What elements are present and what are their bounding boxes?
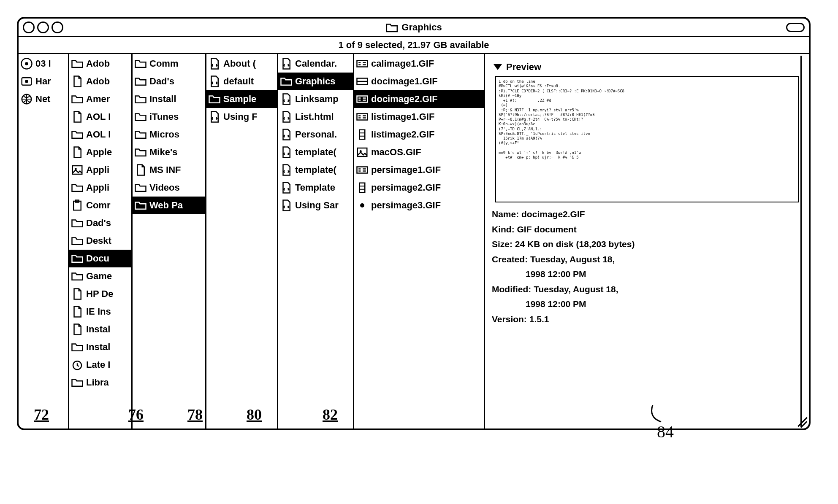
list-item[interactable]: iTunes [133, 108, 205, 126]
scrollbar[interactable] [800, 56, 810, 427]
html-icon [280, 146, 293, 159]
list-item[interactable]: Calendar. [278, 55, 353, 73]
img-icon [71, 164, 84, 176]
list-item[interactable]: Apple [69, 143, 131, 161]
list-item[interactable]: Deskt [69, 232, 131, 250]
item-label: listimage1.GIF [371, 111, 484, 122]
list-item[interactable]: Micros [133, 126, 205, 143]
list-item[interactable]: listimage1.GIF [354, 108, 484, 126]
list-item[interactable]: AOL I [69, 108, 131, 126]
list-item[interactable]: Docu [69, 250, 131, 267]
item-label: persimage3.GIF [371, 200, 484, 211]
list-item[interactable]: Libra [69, 374, 131, 391]
item-label: Web Pa [149, 200, 205, 211]
list-item[interactable]: Comm [133, 55, 205, 73]
folder-icon [134, 146, 147, 159]
list-item[interactable]: Using F [206, 108, 277, 126]
list-item[interactable]: Graphics [278, 73, 353, 90]
finder-window: Graphics 1 of 9 selected, 21.97 GB avail… [17, 17, 811, 430]
traffic-lights [23, 22, 63, 33]
column-browser: 03 IHarNet72 AdobAdobAmerAOL IAOL IApple… [19, 54, 809, 429]
folder-icon [134, 93, 147, 105]
list-item[interactable]: Adob [69, 73, 131, 90]
list-item[interactable]: AOL I [69, 126, 131, 143]
list-item[interactable]: Late I [69, 356, 131, 374]
item-label: Template [295, 182, 353, 193]
list-item[interactable]: persimage3.GIF [354, 197, 484, 214]
svg-rect-5 [73, 166, 82, 174]
column-3[interactable]: CommDad's InstalliTunesMicrosMike'sMS IN… [133, 54, 206, 429]
list-item[interactable]: Adob [69, 55, 131, 73]
item-label: template( [295, 147, 353, 158]
list-item[interactable]: Har [19, 73, 68, 90]
list-item[interactable]: default [206, 73, 277, 90]
svg-rect-17 [357, 167, 368, 173]
folder-icon [134, 181, 147, 194]
column-5[interactable]: Calendar.GraphicsLinksampList.htmlPerson… [278, 54, 354, 429]
folder-icon [134, 199, 147, 212]
list-item[interactable]: Dad's [69, 214, 131, 232]
list-item[interactable]: template( [278, 143, 353, 161]
list-item[interactable]: Game [69, 267, 131, 285]
list-item[interactable]: Linksamp [278, 90, 353, 108]
list-item[interactable]: listimage2.GIF [354, 126, 484, 143]
clip-icon [71, 199, 84, 212]
list-item[interactable]: HP De [69, 285, 131, 303]
item-label: Net [35, 94, 68, 105]
list-item[interactable]: persimage1.GIF [354, 161, 484, 179]
list-item[interactable]: Dad's [133, 73, 205, 90]
column-2[interactable]: AdobAdobAmerAOL IAOL IAppleAppliAppliCom… [69, 54, 133, 429]
list-item[interactable]: macOS.GIF [354, 143, 484, 161]
close-button[interactable] [23, 22, 35, 33]
list-item[interactable]: Videos [133, 179, 205, 197]
minimize-button[interactable] [37, 22, 49, 33]
list-item[interactable]: template( [278, 161, 353, 179]
list-item[interactable]: persimage2.GIF [354, 179, 484, 197]
item-label: Install [149, 94, 205, 105]
list-item[interactable]: Appli [69, 161, 131, 179]
item-label: Instal [86, 324, 131, 335]
list-item[interactable]: Amer [69, 90, 131, 108]
list-item[interactable]: Net [19, 90, 68, 108]
window-title: Graphics [385, 21, 442, 34]
doc-icon [71, 111, 84, 123]
doc-icon [71, 288, 84, 300]
item-label: Amer [86, 94, 131, 105]
list-item[interactable]: Mike's [133, 143, 205, 161]
zoom-button[interactable] [52, 22, 63, 33]
html-icon [280, 93, 293, 105]
item-label: Videos [149, 182, 205, 193]
list-item[interactable]: calimage1.GIF [354, 55, 484, 73]
list-item[interactable]: IE Ins [69, 303, 131, 321]
disk2-icon [20, 75, 33, 88]
item-label: Har [35, 76, 68, 87]
list-item[interactable]: About ( [206, 55, 277, 73]
version-value: 1.5.1 [529, 314, 549, 324]
column-6[interactable]: calimage1.GIFdocimage1.GIFdocimage2.GIFl… [354, 54, 485, 429]
list-item[interactable]: Using Sar [278, 197, 353, 214]
list-item[interactable]: List.html [278, 108, 353, 126]
list-item[interactable]: docimage2.GIF [354, 90, 484, 108]
list-item[interactable]: Instal [69, 321, 131, 338]
item-label: Appli [86, 182, 131, 193]
list-item[interactable]: Comr [69, 197, 131, 214]
column-1[interactable]: 03 IHarNet72 [19, 54, 69, 429]
html-icon [208, 111, 221, 123]
list-item[interactable]: Template [278, 179, 353, 197]
list-item[interactable]: MS INF [133, 161, 205, 179]
list-item[interactable]: 03 I [19, 55, 68, 73]
toolbar-toggle-button[interactable] [786, 23, 805, 32]
list-item[interactable]: Appli [69, 179, 131, 197]
preview-header[interactable]: Preview [494, 62, 802, 73]
list-item[interactable]: Install [133, 90, 205, 108]
disclosure-triangle-icon[interactable] [494, 64, 502, 70]
list-item[interactable]: Web Pa [133, 197, 205, 214]
gif2-icon [356, 75, 369, 88]
item-label: Game [86, 271, 131, 282]
column-4[interactable]: About (defaultSampleUsing F80 [206, 54, 278, 429]
list-item[interactable]: Instal [69, 338, 131, 356]
list-item[interactable]: Personal. [278, 126, 353, 143]
list-item[interactable]: docimage1.GIF [354, 73, 484, 90]
folder-icon [71, 252, 84, 265]
list-item[interactable]: Sample [206, 90, 277, 108]
